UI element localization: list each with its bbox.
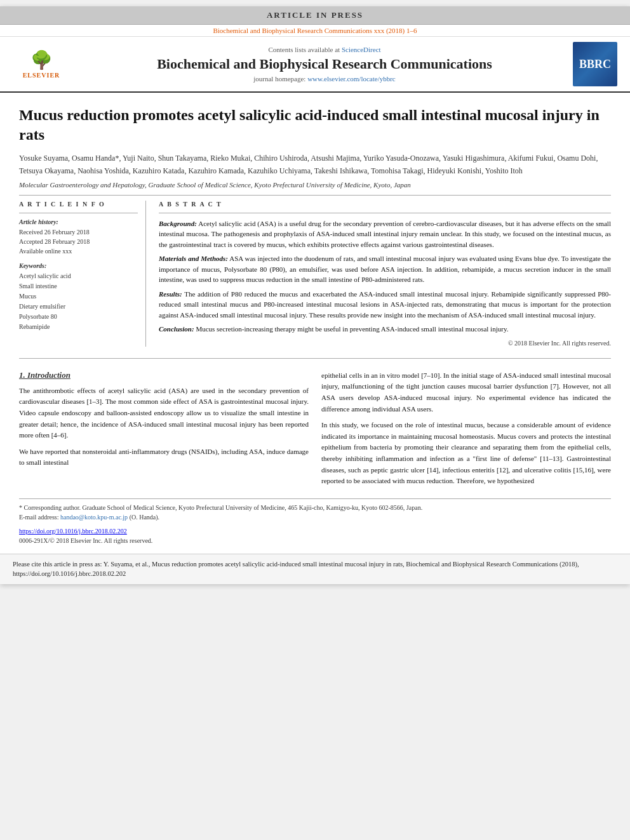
abstract-col: A B S T R A C T Background: Acetyl salic… — [159, 201, 611, 347]
divider-1 — [19, 195, 611, 196]
keyword-5: Polysorbate 80 — [19, 312, 138, 322]
article-title: Mucus reduction promotes acetyl salicyli… — [19, 105, 611, 145]
history-label: Article history: — [19, 218, 138, 225]
citation-box: Please cite this article in press as: Y.… — [0, 554, 630, 585]
intro-para-4-text: In this study, we focused on the role of… — [321, 421, 611, 484]
background-text: Acetyl salicylic acid (ASA) is a useful … — [159, 220, 611, 248]
journal-title-center: Contents lists available at ScienceDirec… — [86, 46, 563, 83]
sciencedirect-link[interactable]: ScienceDirect — [342, 46, 381, 53]
doi-section: https://doi.org/10.1016/j.bbrc.2018.02.2… — [0, 524, 630, 547]
page: ARTICLE IN PRESS Biochemical and Biophys… — [0, 6, 630, 584]
background-label: Background: — [159, 220, 197, 227]
homepage-label: journal homepage: — [253, 75, 305, 83]
article-info-heading: A R T I C L E I N F O — [19, 201, 138, 208]
contents-text: Contents lists available at — [268, 46, 340, 53]
elsevier-tree-icon: 🌳 — [30, 50, 53, 70]
abstract-conclusion: Conclusion: Mucus secretion-increasing t… — [159, 324, 611, 335]
journal-title-section: 🌳 ELSEVIER Contents lists available at S… — [0, 37, 630, 93]
body-col-right: epithelial cells in an in vitro model [7… — [321, 370, 611, 492]
email-link[interactable]: handao@koto.kpu-m.ac.jp — [60, 514, 128, 521]
elsevier-logo-image: 🌳 ELSEVIER — [10, 45, 73, 83]
footnote-asterisk: * Corresponding author. Graduate School … — [19, 503, 611, 512]
conclusion-label: Conclusion: — [159, 325, 194, 333]
divider-body — [19, 358, 611, 359]
doi-url[interactable]: https://doi.org/10.1016/j.bbrc.2018.02.2… — [19, 528, 127, 535]
authors: Yosuke Suyama, Osamu Handa*, Yuji Naito,… — [19, 152, 611, 177]
bbrc-box: BBRC — [573, 42, 617, 86]
email-label: E-mail address: — [19, 514, 58, 521]
abstract-methods: Materials and Methods: ASA was injected … — [159, 253, 611, 285]
doi-copyright: 0006-291X/© 2018 Elsevier Inc. All right… — [19, 536, 611, 545]
received-date: Received 26 February 2018 — [19, 227, 138, 237]
doi-link: https://doi.org/10.1016/j.bbrc.2018.02.2… — [19, 526, 611, 536]
accepted-date: Accepted 28 February 2018 — [19, 237, 138, 246]
keyword-3: Mucus — [19, 291, 138, 302]
elsevier-logo: 🌳 ELSEVIER — [10, 45, 79, 83]
divider-info — [19, 213, 138, 213]
main-content: Mucus reduction promotes acetyl salicyli… — [0, 93, 630, 353]
results-text: The addition of P80 reduced the mucus an… — [159, 290, 611, 319]
footnote-section: * Corresponding author. Graduate School … — [19, 498, 611, 524]
intro-para-2-text: We have reported that nonsteroidal anti-… — [19, 448, 309, 467]
body-two-col: 1. Introduction The antithrombotic effec… — [19, 370, 611, 492]
homepage-link[interactable]: www.elsevier.com/locate/ybbrc — [307, 75, 396, 83]
keyword-4: Dietary emulsifier — [19, 302, 138, 312]
methods-label: Materials and Methods: — [159, 255, 228, 262]
bbrc-text: BBRC — [579, 58, 611, 71]
bbrc-logo: BBRC — [570, 42, 620, 86]
intro-para-2: We have reported that nonsteroidal anti-… — [19, 446, 309, 469]
intro-para-4: In this study, we focused on the role of… — [321, 420, 611, 487]
body-col-left: 1. Introduction The antithrombotic effec… — [19, 370, 309, 492]
intro-para-1: The antithrombotic effects of acetyl sal… — [19, 385, 309, 441]
intro-para-1-text: The antithrombotic effects of acetyl sal… — [19, 387, 309, 439]
abstract-heading: A B S T R A C T — [159, 201, 611, 208]
journal-header-text: Biochemical and Biophysical Research Com… — [213, 27, 417, 34]
two-col-info-abstract: A R T I C L E I N F O Article history: R… — [19, 201, 611, 347]
keywords-label: Keywords: — [19, 262, 138, 269]
journal-homepage: journal homepage: www.elsevier.com/locat… — [86, 75, 563, 83]
journal-main-title: Biochemical and Biophysical Research Com… — [86, 56, 563, 72]
article-info-col: A R T I C L E I N F O Article history: R… — [19, 201, 146, 347]
intro-heading: 1. Introduction — [19, 370, 309, 380]
results-label: Results: — [159, 290, 182, 298]
affiliation: Molecular Gastroenterology and Hepatolog… — [19, 181, 611, 189]
keyword-6: Rebamipide — [19, 322, 138, 332]
banner-text: ARTICLE IN PRESS — [267, 10, 363, 20]
copyright: © 2018 Elsevier Inc. All rights reserved… — [159, 340, 611, 347]
keyword-1: Acetyl salicylic acid — [19, 271, 138, 281]
elsevier-brand-text: ELSEVIER — [23, 72, 60, 79]
body-section: 1. Introduction The antithrombotic effec… — [0, 364, 630, 498]
keyword-2: Small intestine — [19, 281, 138, 291]
article-in-press-banner: ARTICLE IN PRESS — [0, 6, 630, 25]
abstract-background: Background: Acetyl salicylic acid (ASA) … — [159, 218, 611, 250]
intro-para-3: epithelial cells in an in vitro model [7… — [321, 370, 611, 415]
email-who: (O. Handa). — [130, 514, 159, 521]
intro-para-3-text: epithelial cells in an in vitro model [7… — [321, 371, 611, 413]
available-online: Available online xxx — [19, 246, 138, 256]
divider-abstract — [159, 213, 611, 213]
footnote-email: E-mail address: handao@koto.kpu-m.ac.jp … — [19, 512, 611, 522]
abstract-results: Results: The addition of P80 reduced the… — [159, 289, 611, 321]
citation-text: Please cite this article in press as: Y.… — [13, 561, 579, 578]
journal-header-bar: Biochemical and Biophysical Research Com… — [0, 25, 630, 37]
contents-line: Contents lists available at ScienceDirec… — [86, 46, 563, 53]
authors-text: Yosuke Suyama, Osamu Handa*, Yuji Naito,… — [19, 154, 598, 175]
conclusion-text: Mucus secretion-increasing therapy might… — [196, 325, 508, 333]
